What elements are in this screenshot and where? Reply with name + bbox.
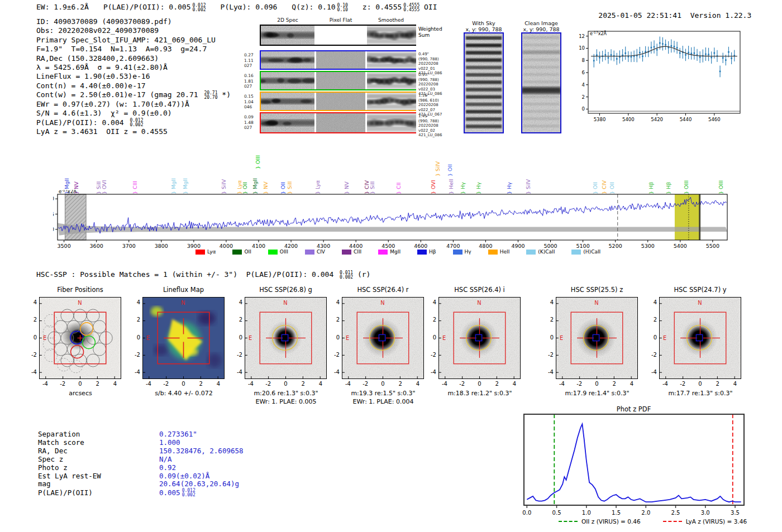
svg-text:E: E <box>146 335 150 341</box>
header-stat: P(Lyα): 0.096 <box>221 3 278 12</box>
photz-legend-item: OII z (VIRUS) = 0.46 <box>559 518 641 525</box>
photz-legend-label: OII z (VIRUS) = 0.46 <box>581 518 641 525</box>
svg-text:3.5: 3.5 <box>731 510 740 516</box>
emission-line-label-OIII: } OIII <box>255 155 261 169</box>
y-tick-label: 0 <box>426 334 436 341</box>
col-header-pixelflat: Pixel Flat <box>316 17 366 23</box>
svg-text:0.5: 0.5 <box>552 510 561 516</box>
clean-image-title: Clean Image <box>514 20 568 26</box>
y-tick-label: -4 <box>543 369 554 376</box>
match-row-label: RA, Dec <box>38 447 159 456</box>
match-row: P(LAE)/P(OII)0.0050.0120.002 <box>38 488 244 497</box>
y-tick-label: -2 <box>647 352 657 358</box>
legend-swatch <box>232 250 242 255</box>
svg-text:E: E <box>663 335 666 341</box>
emission-line-label-SiIV: } SiIV <box>435 161 441 176</box>
match-row-label: P(LAE)/P(OII) <box>38 489 159 497</box>
info-line: Primary Spec_Slot_IFU_AMP: 421_069_006_L… <box>36 36 271 45</box>
spec2d-smooth-image <box>367 113 416 132</box>
x-tick-label: 4 <box>314 381 327 387</box>
clean-image <box>522 33 560 132</box>
header-stats: EW: 1.9±6.2ÅP(LAE)/P(OII): 0.0050.0120.0… <box>36 3 452 12</box>
match-row-label: Match score <box>38 439 159 447</box>
svg-text:5300: 5300 <box>641 243 655 249</box>
stacked-uncertainty: 0.0120.002 <box>192 3 206 12</box>
spec2d-spec-image <box>261 113 314 132</box>
match-row-label: Separation <box>38 430 159 439</box>
info-line: Obs: 20220208v022_4090370089 <box>36 26 271 35</box>
emission-line-label-OII: } OII <box>447 164 453 176</box>
svg-text:5440: 5440 <box>680 117 692 122</box>
y-tick-label: 0 <box>330 334 340 341</box>
x-tick-label: 2 <box>490 381 504 387</box>
x-tick-label: 0 <box>473 381 487 387</box>
cutout-sublabel: arcsecs <box>21 390 140 397</box>
y-tick-label: 4 <box>647 299 657 306</box>
svg-text:6: 6 <box>582 70 585 75</box>
legend-item-MgII: MgII <box>378 249 400 255</box>
x-tick-label: 2 <box>194 381 208 387</box>
y-tick-label: 4 <box>130 299 140 306</box>
spectrum-legend: LyαOIIOIIICIVCIIIMgIIHβHγHeII(K)CaII(H)C… <box>196 249 617 255</box>
cutout-image: NE <box>438 297 521 379</box>
cutout-image: NE <box>245 297 327 379</box>
legend-label: MgII <box>390 249 400 255</box>
match-row-value: 0.92 <box>159 463 176 472</box>
timestamp: 2025-01-05 22:51:41 <box>598 11 681 20</box>
svg-text:4800: 4800 <box>479 243 492 249</box>
spec2d-flat-image <box>316 93 365 110</box>
match-row: Photo z0.92 <box>38 464 244 472</box>
y-tick-label: 4 <box>232 299 242 306</box>
y-tick-label: -4 <box>426 369 436 376</box>
y-tick-label: 2 <box>130 317 140 323</box>
info-line: λ = 5425.69Å σ = 9.41(±2.80)Å <box>36 63 271 72</box>
match-row-value: N/A <box>159 455 172 463</box>
x-tick-label: 4 <box>108 381 122 387</box>
legend-swatch <box>305 250 314 255</box>
legend-swatch <box>378 250 388 255</box>
y-tick-label: -2 <box>330 352 340 358</box>
y-tick-label: -2 <box>130 352 140 358</box>
info-line: EWr = 0.97(±0.27) (w: 1.70(±0.47))Å <box>36 100 271 109</box>
svg-text:2.5: 2.5 <box>671 510 680 516</box>
dashed-line-swatch <box>559 521 578 522</box>
cutout-sublabel: EWr: 1. PLAE: 0.004 <box>324 398 442 406</box>
svg-text:N: N <box>181 300 185 306</box>
y-tick-label: 0 <box>232 334 242 341</box>
match-row: RA, Dec150.328476, 2.609658 <box>38 447 244 456</box>
match-row: Match score1.000 <box>38 439 244 447</box>
spec2d-row: 0.091.480271.45"(990, 788)20220208v022_0… <box>260 112 416 133</box>
legend-item-Lyα: Lyα <box>196 249 216 255</box>
match-row: Separation0.273361" <box>38 430 244 439</box>
spec2d-row: 0.151.040461.16"(986, 610)20220208v022_0… <box>260 92 416 111</box>
photz-legend-item: LyA z (VIRUS) = 3.46 <box>663 518 747 525</box>
clean-image-header: Clean Image x, y: 990, 788 <box>514 20 568 32</box>
cutout-sublabel: m:17.9 re:1.4" s:0.3" <box>538 390 656 397</box>
cutout-hsc-graphic: NE <box>439 298 520 378</box>
svg-text:5400: 5400 <box>622 117 635 122</box>
cutout-title: HSC SSP(26.4) r <box>342 286 424 294</box>
spec2d-smooth-image <box>367 26 416 45</box>
svg-text:4900: 4900 <box>511 243 524 249</box>
legend-swatch <box>453 250 462 255</box>
detection-info-block: ID: 4090370089 (4090370089.pdf)Obs: 2022… <box>36 17 271 136</box>
x-tick-label: -4 <box>39 381 52 387</box>
svg-text:1.5: 1.5 <box>612 510 621 516</box>
info-line: Cont(w) = 2.50(±0.01)e-17 (gmag 20.71 20… <box>36 90 271 100</box>
cutout-row: Fiber PositionsNE-4-4-2-2002244arcsecsLi… <box>0 285 782 416</box>
svg-text:5000: 5000 <box>543 243 557 249</box>
info-line: P(LAE)/P(OII): 0.004 0.0120.002 <box>36 118 271 128</box>
cutout-image: NE <box>342 297 424 379</box>
spec2d-spec-image <box>261 51 314 69</box>
dashed-line-swatch <box>663 521 682 522</box>
stacked-uncertainty: 0.0110.002 <box>340 271 353 280</box>
svg-text:5460: 5460 <box>708 117 721 122</box>
x-tick-label: -4 <box>142 381 155 387</box>
with-sky-title: With Sky <box>457 20 511 26</box>
cutout-panel-hsc-2: HSC SSP(26.8) gNE-4-4-2-2002244m:20.6 re… <box>232 285 338 413</box>
cutout-title: HSC SSP(24.7) y <box>659 286 741 294</box>
x-tick-label: -4 <box>341 381 355 387</box>
cutout-sublabel: m:18.3 re:1.2" s:0.3" <box>421 390 539 397</box>
cutout-hsc-graphic: NE <box>660 298 741 378</box>
match-row-value: 150.328476, 2.609658 <box>159 447 244 455</box>
